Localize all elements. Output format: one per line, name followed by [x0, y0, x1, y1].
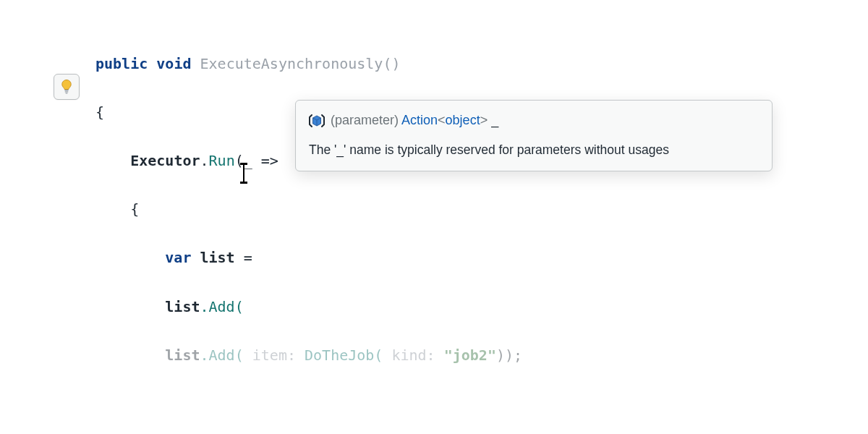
code-line-obscured: list.Add( item: DoTheJob( kind: "job2"))… [95, 344, 610, 368]
parameter-struct-icon [309, 114, 325, 128]
inlay-hint: kind: [383, 346, 443, 364]
svg-rect-1 [65, 91, 69, 92]
quick-fix-bulb[interactable] [54, 74, 80, 100]
parameter-info-tooltip: (parameter) Action<object> _ The '_' nam… [295, 100, 773, 171]
code-line [95, 392, 610, 417]
tooltip-kind-label: (parameter) [331, 113, 399, 127]
lambda-parameter[interactable]: _ [244, 152, 252, 169]
method-declaration: ExecuteAsynchronously [200, 55, 383, 72]
code-line: var list = [95, 246, 610, 271]
svg-rect-0 [64, 90, 69, 91]
keyword-void: void [156, 55, 191, 72]
keyword-public: public [95, 55, 148, 72]
inlay-hint: item: [244, 346, 305, 364]
svg-rect-2 [65, 93, 67, 93]
code-line: list.Add( [95, 295, 610, 320]
tooltip-description: The '_' name is typically reserved for p… [309, 140, 759, 159]
type-ref: Executor [130, 152, 200, 169]
tooltip-type-arg: object [446, 113, 480, 127]
code-line: public void ExecuteAsynchronously() [95, 52, 610, 77]
code-line: { [95, 197, 610, 222]
code-editor[interactable]: public void ExecuteAsynchronously() { Ex… [95, 27, 610, 434]
tooltip-param-name: _ [491, 113, 498, 127]
method-call: Run [209, 152, 235, 169]
tooltip-type: Action [401, 113, 438, 127]
lightbulb-icon [59, 79, 74, 95]
